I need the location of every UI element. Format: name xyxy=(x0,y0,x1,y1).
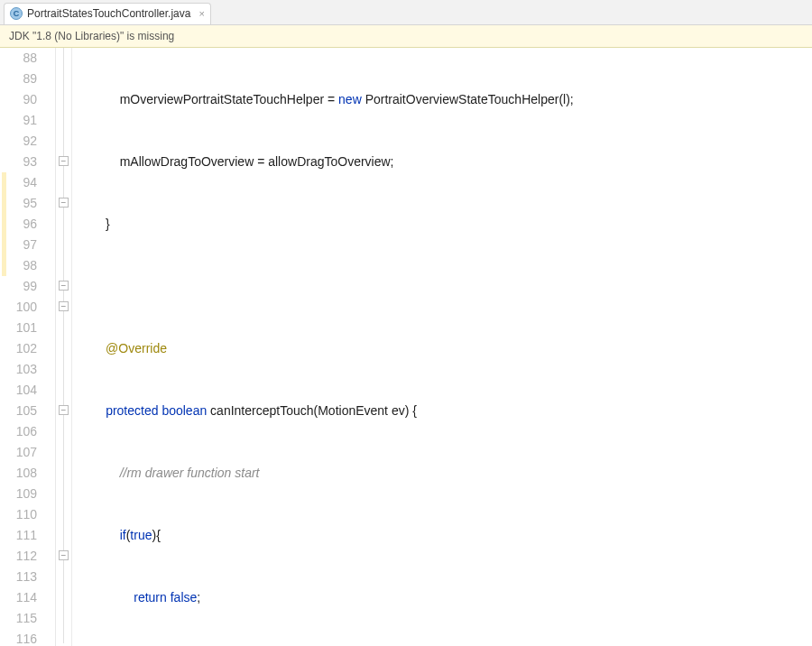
code-editor[interactable]: 88 89 90 91 92 93 94 95 96 97 98 99 100 … xyxy=(0,48,812,646)
line-number: 95 xyxy=(0,193,37,214)
fold-toggle-icon[interactable]: − xyxy=(59,550,69,560)
line-number: 103 xyxy=(0,359,37,380)
notification-bar[interactable]: JDK "1.8 (No Libraries)" is missing xyxy=(0,25,812,48)
line-number: 104 xyxy=(0,380,37,401)
fold-toggle-icon[interactable]: − xyxy=(59,281,69,291)
line-number: 114 xyxy=(0,587,37,608)
line-number: 108 xyxy=(0,463,37,484)
file-tab[interactable]: C PortraitStatesTouchController.java × xyxy=(4,3,211,24)
line-number: 93 xyxy=(0,152,37,172)
fold-gutter: − − − − − − xyxy=(56,48,72,646)
line-number: 99 xyxy=(0,276,37,297)
fold-toggle-icon[interactable]: − xyxy=(59,198,69,208)
code-line: //rm drawer function start xyxy=(78,463,812,484)
close-icon[interactable]: × xyxy=(198,8,204,19)
class-icon: C xyxy=(10,7,23,20)
fold-toggle-icon[interactable]: − xyxy=(59,405,69,415)
line-number: 89 xyxy=(0,69,37,89)
line-number: 91 xyxy=(0,110,37,131)
editor-tab-bar: C PortraitStatesTouchController.java × xyxy=(0,0,812,25)
line-number: 90 xyxy=(0,89,37,110)
line-number: 97 xyxy=(0,235,37,255)
line-number: 107 xyxy=(0,442,37,463)
line-number: 110 xyxy=(0,504,37,525)
line-number: 111 xyxy=(0,525,37,546)
line-number: 112 xyxy=(0,546,37,567)
line-number: 98 xyxy=(0,255,37,276)
line-number: 106 xyxy=(0,421,37,442)
code-line: protected boolean canInterceptTouch(Moti… xyxy=(78,401,812,421)
code-line: mOverviewPortraitStateTouchHelper = new … xyxy=(78,89,812,110)
line-number: 105 xyxy=(0,401,37,421)
code-line: } xyxy=(78,214,812,235)
line-number-gutter: 88 89 90 91 92 93 94 95 96 97 98 99 100 … xyxy=(0,48,56,646)
line-number: 116 xyxy=(0,629,37,646)
line-number: 115 xyxy=(0,608,37,629)
code-line: return false; xyxy=(78,587,812,608)
line-number: 113 xyxy=(0,567,37,587)
line-number: 92 xyxy=(0,131,37,152)
line-number: 101 xyxy=(0,318,37,338)
code-line: @Override xyxy=(78,338,812,359)
fold-toggle-icon[interactable]: − xyxy=(59,156,69,166)
code-line xyxy=(78,276,812,297)
line-number: 102 xyxy=(0,338,37,359)
line-number: 94 xyxy=(0,172,37,193)
line-number: 109 xyxy=(0,484,37,504)
tab-filename: PortraitStatesTouchController.java xyxy=(27,7,190,20)
code-line: mAllowDragToOverview = allowDragToOvervi… xyxy=(78,152,812,172)
line-number: 88 xyxy=(0,48,37,69)
line-number: 100 xyxy=(0,297,37,318)
code-line: if(true){ xyxy=(78,525,812,546)
fold-toggle-icon[interactable]: − xyxy=(59,301,69,311)
line-number: 96 xyxy=(0,214,37,235)
code-area[interactable]: mOverviewPortraitStateTouchHelper = new … xyxy=(72,48,812,646)
